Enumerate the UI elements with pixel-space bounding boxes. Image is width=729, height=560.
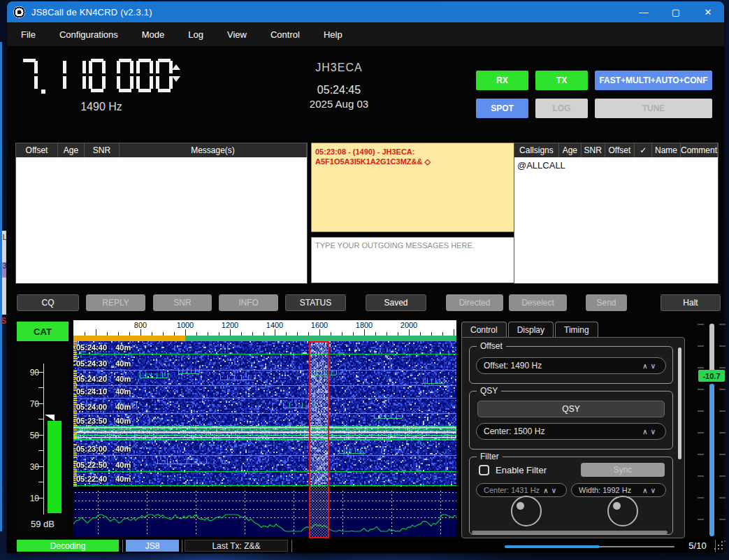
tune-button[interactable]: TUNE: [595, 99, 712, 118]
meter-tick-mark: [35, 498, 43, 498]
column-header-snr: SNR: [582, 143, 605, 157]
minimize-button[interactable]: —: [628, 1, 660, 22]
rx-message-window[interactable]: 05:23:08 - (1490) - JH3ECA: A5F1O5A3I5K1…: [311, 143, 517, 232]
maximize-button[interactable]: ▢: [660, 1, 692, 22]
menu-view[interactable]: View: [217, 24, 257, 45]
mode-status-badge[interactable]: JS8: [126, 540, 179, 552]
frequency-display: [21, 59, 175, 94]
snr-button[interactable]: SNR: [153, 294, 212, 311]
gain-slider-value[interactable]: -10.7: [698, 370, 725, 382]
filter-center-arrows[interactable]: ∧∨: [543, 487, 559, 494]
digit-0: [136, 59, 153, 92]
segment-b: [102, 61, 106, 73]
waterfall-band-indicator: [73, 336, 456, 341]
band-activity-table: OffsetAgeSNRMessage(s): [15, 143, 308, 284]
offset-spinbox[interactable]: Offset: 1490 Hz ∧∨: [476, 357, 666, 374]
menu-configurations[interactable]: Configurations: [50, 24, 128, 45]
enable-filter-label: Enable Filter: [496, 465, 547, 475]
filter-center-spinbox[interactable]: Center: 1431 Hz ∧∨: [476, 483, 567, 497]
titlebar[interactable]: JS8Call de KN4CRD (v2.3.1) — ▢ ✕: [7, 1, 724, 22]
filter-center-knob[interactable]: [511, 496, 542, 526]
close-button[interactable]: ✕: [692, 1, 724, 22]
segment-d: [119, 89, 131, 92]
scale-tick: [409, 329, 410, 336]
spot-button[interactable]: SPOT: [476, 99, 528, 118]
waterfall-frequency-scale[interactable]: 800100012001400160018002000: [73, 320, 456, 336]
saved-button[interactable]: Saved: [366, 294, 426, 311]
tab-timing[interactable]: Timing: [555, 322, 598, 337]
meter-tick-mark: [35, 372, 43, 373]
frequency-down-arrow[interactable]: [172, 76, 180, 82]
rx-button[interactable]: RX: [476, 71, 528, 90]
heard-list-table: CallsignsAgeSNROffset✓NameComment @ALLCA…: [514, 143, 719, 284]
scale-label-1600: 1600: [311, 321, 328, 329]
waterfall-timestamp: 05:24:40 40m: [76, 343, 131, 352]
menu-help[interactable]: Help: [314, 24, 352, 45]
status-button[interactable]: STATUS: [285, 294, 346, 311]
qsy-center-arrows[interactable]: ∧∨: [642, 428, 658, 436]
info-button[interactable]: INFO: [219, 294, 278, 311]
waterfall-timestamp: 05:22:50 40m: [76, 461, 131, 469]
frequency-up-arrow[interactable]: [172, 64, 180, 70]
digit-1: [69, 59, 86, 92]
filter-width-spinbox[interactable]: Width: 1992 Hz ∧∨: [571, 483, 666, 497]
slider-tick: [719, 410, 726, 412]
tx-message-input[interactable]: TYPE YOUR OUTGOING MESSAGES HERE.: [311, 237, 517, 283]
grip-dot: [714, 548, 716, 550]
segment-e: [117, 76, 120, 89]
slider-tick: [698, 454, 704, 455]
gain-slider[interactable]: -10.7: [698, 320, 726, 542]
waterfall-selection-box[interactable]: [309, 341, 329, 538]
segment-b: [34, 61, 38, 73]
log-button[interactable]: LOG: [535, 99, 588, 118]
control-panel-horizontal-scrollbar[interactable]: [472, 531, 667, 534]
segment-c: [150, 76, 153, 89]
waterfall-display[interactable]: [73, 341, 456, 536]
filter-width-knob[interactable]: [607, 496, 638, 526]
slider-tick: [719, 432, 726, 433]
resize-grip[interactable]: [714, 541, 723, 550]
qsy-center-spinbox[interactable]: Center: 1500 Hz ∧∨: [476, 423, 666, 440]
qsy-button[interactable]: QSY: [477, 401, 665, 417]
digit-7: [21, 59, 38, 92]
column-header-snr: SNR: [85, 143, 120, 157]
control-panel-vertical-scrollbar[interactable]: [678, 347, 681, 459]
send-button[interactable]: Send: [586, 294, 627, 311]
deselect-button[interactable]: Deselect: [509, 294, 567, 311]
meter-value-label: 59 dB: [17, 519, 68, 529]
band-activity-header: OffsetAgeSNRMessage(s): [16, 143, 307, 157]
grip-dot: [718, 548, 719, 550]
heard-list-row[interactable]: @ALLCALL: [514, 157, 718, 173]
decoding-status-badge: Decoding: [17, 540, 119, 552]
offset-spinbox-arrows[interactable]: ∧∨: [642, 362, 658, 370]
column-header-messages: Message(s): [120, 143, 307, 157]
statusbar-divider: [291, 540, 292, 552]
halt-button[interactable]: Halt: [661, 294, 721, 311]
last-tx-button[interactable]: Last Tx: Z&&: [185, 540, 288, 552]
menu-file[interactable]: File: [11, 24, 45, 45]
digit-0: [156, 59, 173, 92]
tx-button[interactable]: TX: [535, 71, 588, 90]
utc-date: 2025 Aug 03: [238, 98, 440, 110]
cq-button[interactable]: CQ: [17, 294, 79, 311]
cat-status-button[interactable]: CAT: [17, 322, 68, 341]
tab-control[interactable]: Control: [461, 322, 507, 338]
waterfall-timestamp: 05:24:30 40m: [76, 359, 131, 368]
enable-filter-checkbox[interactable]: [479, 465, 489, 475]
slider-tick: [719, 324, 726, 325]
offset-spinbox-value: Offset: 1490 Hz: [484, 361, 542, 371]
menu-mode[interactable]: Mode: [132, 24, 175, 45]
reply-button[interactable]: REPLY: [86, 294, 145, 311]
decode-progress-label: 5/10: [681, 540, 714, 551]
tab-display[interactable]: Display: [508, 322, 554, 337]
menu-log[interactable]: Log: [178, 24, 213, 45]
band-activity-body[interactable]: [16, 157, 307, 283]
directed-button[interactable]: Directed: [446, 294, 503, 311]
menu-control[interactable]: Control: [261, 24, 310, 45]
sync-button[interactable]: Sync: [581, 463, 665, 477]
heard-list-body[interactable]: @ALLCALL: [514, 157, 718, 283]
fast-multi-auto-conf-button[interactable]: FAST+MULTI+AUTO+CONF: [595, 71, 712, 90]
scale-tick: [230, 329, 231, 336]
scale-tick: [319, 329, 320, 336]
filter-width-arrows[interactable]: ∧∨: [642, 487, 658, 494]
